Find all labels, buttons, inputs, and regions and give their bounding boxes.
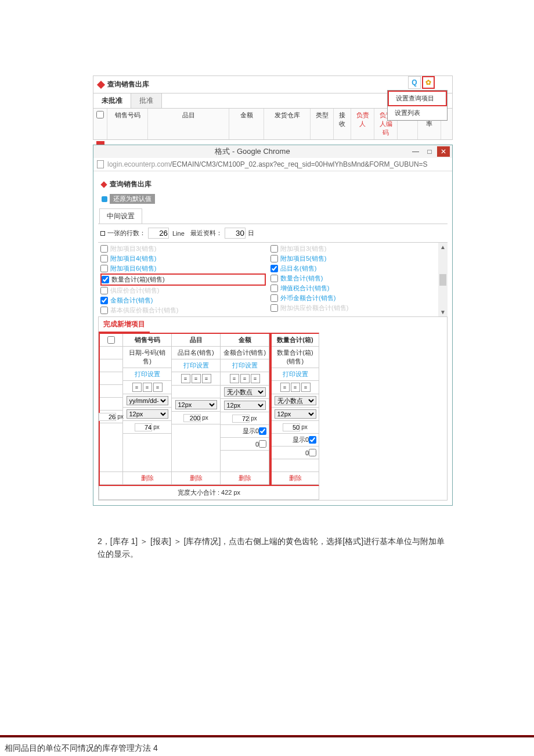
font-select[interactable]: 12px [224,401,266,410]
align-center-icon[interactable]: ≡ [143,383,152,392]
font-select[interactable]: 12px [127,409,168,419]
minimize-button[interactable]: — [409,146,422,157]
item-checkbox[interactable] [100,307,108,314]
dropdown-set-query[interactable]: 设置查询项目 [388,91,447,106]
close-button[interactable]: ✕ [437,146,450,157]
print-set-link[interactable]: 打印设置 [172,359,220,372]
align-left-icon[interactable]: ≡ [230,374,239,383]
width-1[interactable] [135,423,152,431]
col-mgr: 负责人 [351,109,374,139]
maximize-button[interactable]: □ [423,146,436,157]
new-items-table: px 销售号码 日期-号码(销售) 打印设置 ≡≡≡ yy/mm/dd-n 12… [99,333,270,486]
print-set-link[interactable]: 打印设置 [123,368,171,381]
item-checkbox[interactable] [100,245,108,253]
doc-icon [97,160,104,168]
gear-icon[interactable]: ✿ [422,76,435,89]
width-0[interactable] [99,413,116,421]
sub-amount: 金额合计(销售) [221,347,269,359]
item-checkbox[interactable] [270,275,278,282]
item-checkbox[interactable] [102,276,109,283]
item-checkbox[interactable] [100,297,108,304]
rows-input[interactable] [148,228,169,239]
delete-button[interactable]: 删除 [221,472,269,485]
delete-button[interactable]: 删除 [272,472,319,485]
checkbox-item[interactable]: 品目名(销售) [270,264,436,273]
item-checkbox[interactable] [100,255,108,262]
middle-settings-tab[interactable]: 中间设置 [99,208,142,224]
zero-checkbox[interactable] [309,449,316,456]
scroll-thumb[interactable] [439,274,446,286]
item-checkbox[interactable] [270,304,278,312]
tab-approved[interactable]: 批准 [131,93,162,108]
checkbox-item[interactable]: 外币金额合计(销售) [270,293,436,303]
checkbox-item[interactable]: 金额合计(销售) [100,296,266,305]
align-left-icon[interactable]: ≡ [280,383,290,392]
decimal-select[interactable]: 无小数点 [224,387,266,397]
hdr-item: 品目 [172,334,220,347]
chrome-popup: 格式 - Google Chrome — □ ✕ login.ecounterp… [93,145,453,506]
item-checkbox[interactable] [100,265,108,272]
address-bar: login.ecounterp.com/ECMAIN/CM3/CM100P_02… [93,158,452,171]
checkbox-item[interactable]: 附加项目4(销售) [100,254,266,264]
decimal-select[interactable]: 无小数点 [275,396,316,405]
reset-button[interactable]: 还原为默认值 [110,194,155,204]
date-format-select[interactable]: yy/mm/dd-n [127,396,168,405]
align-center-icon[interactable]: ≡ [240,374,250,383]
header-checkbox[interactable] [96,111,104,118]
search-icon[interactable]: Q [408,76,421,89]
align-center-icon[interactable]: ≡ [192,374,201,383]
delete-button[interactable]: 删除 [172,472,220,485]
scroll-up-icon[interactable]: ▲ [440,244,446,250]
align-right-icon[interactable]: ≡ [202,374,211,383]
width-3[interactable] [232,415,250,423]
recent-input[interactable] [225,228,246,239]
width-2[interactable] [183,414,201,422]
show0-checkbox[interactable] [309,436,316,444]
font-select[interactable]: 12px [175,400,217,409]
delete-button[interactable]: 删除 [123,472,171,485]
font-select[interactable]: 12px [275,409,316,419]
hdr-qty: 数量合计(箱) [272,334,319,347]
checkbox-item[interactable]: 数量合计(箱)(销售) [100,273,266,286]
align-right-icon[interactable]: ≡ [251,374,260,383]
col-store: 发货仓库 [264,109,311,139]
checkbox-col-right: 附加项目3(销售)附加项目5(销售)品目名(销售)数量合计(销售)增值税合计(销… [268,243,438,316]
item-checkbox[interactable] [270,285,278,292]
align-left-icon[interactable]: ≡ [132,383,142,392]
scrollbar[interactable]: ▲ ▼ [438,243,448,316]
align-right-icon[interactable]: ≡ [153,383,163,392]
align-left-icon[interactable]: ≡ [181,374,190,383]
item-checkbox[interactable] [100,287,108,294]
checkbox-item[interactable]: 供应价合计(销售) [100,286,266,296]
checkbox-item[interactable]: 附加项目5(销售) [270,254,436,264]
align-right-icon[interactable]: ≡ [301,383,311,392]
item-checkbox[interactable] [270,245,278,253]
print-set-link[interactable]: 打印设置 [221,359,269,372]
checkbox-label: 增值税合计(销售) [280,284,329,293]
checkbox-label: 附加项目3(销售) [280,244,326,253]
item-checkbox[interactable] [270,255,278,262]
print-set-link[interactable]: 打印设置 [272,368,319,381]
zero-checkbox[interactable] [259,440,266,448]
checkbox-item[interactable]: 附加项目3(销售) [100,244,266,254]
tab-pending[interactable]: 未批准 [93,93,131,108]
col-amount: 金额 [229,109,264,139]
new-section-title: 完成新增项目 [99,317,150,333]
checkbox-item[interactable]: 附加供应价额合计(销售) [270,303,436,313]
checkbox-item[interactable]: 增值税合计(销售) [270,283,436,293]
checkbox-item[interactable]: 附加项目3(销售) [270,244,436,254]
item-checkbox[interactable] [270,265,278,272]
chrome-title: 格式 - Google Chrome [96,146,409,157]
dropdown-set-list[interactable]: 设置列表 [388,106,447,120]
scroll-down-icon[interactable]: ▼ [440,309,446,315]
width-4[interactable] [283,423,300,431]
item-checkbox[interactable] [270,294,278,302]
checkbox-item[interactable]: 数量合计(销售) [270,273,436,283]
checkbox-item[interactable]: 附加项目6(销售) [100,264,266,273]
col-item: 品目 [148,109,229,139]
checkbox-item[interactable]: 基本供应价额合计(销售) [100,305,266,315]
main-window: 查询销售出库 Q ✿ 设置查询项目 设置列表 未批准 批准 表 [93,75,453,109]
show0-checkbox[interactable] [259,427,266,435]
align-center-icon[interactable]: ≡ [291,383,300,392]
row-checkbox[interactable] [107,336,115,344]
